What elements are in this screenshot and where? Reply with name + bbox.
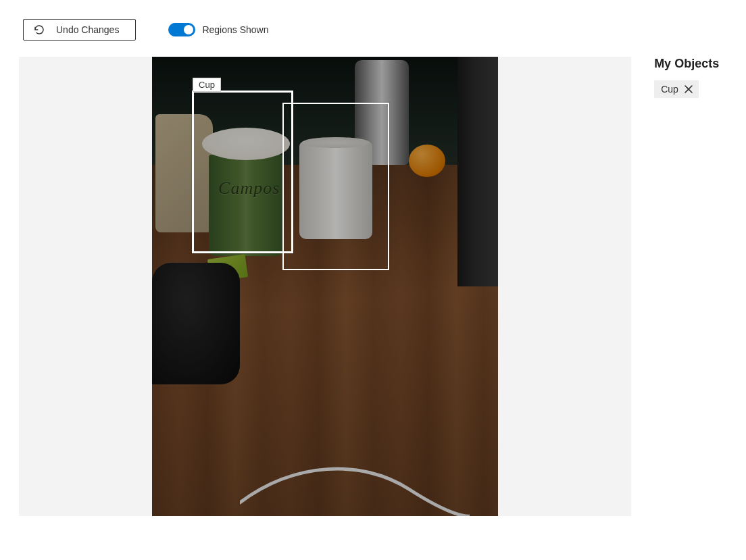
close-icon[interactable] — [684, 84, 693, 94]
regions-toggle-group: Regions Shown — [168, 23, 268, 36]
bounding-box-cup-1[interactable]: Cup — [192, 91, 293, 253]
undo-icon — [33, 24, 44, 35]
bounding-box-cup-2[interactable] — [282, 103, 389, 270]
scene-orange — [409, 145, 445, 177]
scene-monitor — [457, 57, 498, 286]
undo-button[interactable]: Undo Changes — [23, 19, 136, 41]
undo-label: Undo Changes — [56, 24, 119, 35]
toolbar: Undo Changes Regions Shown — [0, 0, 746, 41]
image-canvas[interactable]: Campos Cup — [152, 57, 498, 516]
object-tag-cup[interactable]: Cup — [654, 80, 699, 98]
bounding-box-label: Cup — [193, 78, 221, 92]
object-tag-label: Cup — [661, 84, 678, 95]
image-container: Campos Cup — [19, 57, 631, 516]
scene-black-case — [152, 263, 240, 384]
objects-sidebar: My Objects Cup — [631, 57, 746, 516]
sidebar-title: My Objects — [654, 57, 746, 71]
scene-cable — [240, 455, 470, 516]
regions-toggle[interactable] — [168, 23, 195, 36]
regions-toggle-label: Regions Shown — [202, 24, 268, 35]
main-area: Campos Cup My Objects Cup — [0, 57, 746, 516]
toggle-knob — [184, 25, 193, 34]
